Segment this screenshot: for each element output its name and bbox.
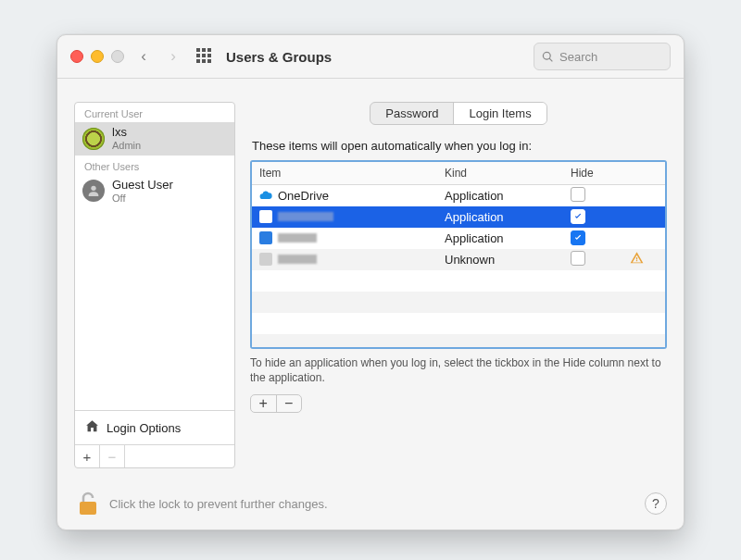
table-row[interactable]: OneDrive Application <box>252 185 665 206</box>
login-items-add-remove: + − <box>250 394 302 413</box>
col-item-header[interactable]: Item <box>252 162 437 184</box>
close-icon[interactable] <box>70 50 83 63</box>
item-kind: Application <box>437 231 563 245</box>
table-row[interactable]: Application <box>252 228 665 249</box>
avatar-icon <box>82 128 105 150</box>
sidebar-user-guest[interactable]: Guest User Off <box>75 175 234 208</box>
table-row-empty <box>252 270 665 292</box>
table-row[interactable]: Unknown <box>252 249 665 270</box>
tab-login-items[interactable]: Login Items <box>454 103 546 124</box>
sidebar-user-lxs[interactable]: lxs Admin <box>75 122 234 156</box>
hide-checkbox[interactable] <box>571 251 585 266</box>
user-name: Guest User <box>112 179 173 193</box>
search-icon <box>542 51 554 63</box>
titlebar: ‹ › Users & Groups Search <box>57 35 684 79</box>
app-icon <box>259 253 272 266</box>
minimize-icon[interactable] <box>91 50 104 63</box>
warning-icon <box>630 254 644 268</box>
item-kind: Application <box>437 189 563 203</box>
hide-checkbox[interactable] <box>571 230 585 245</box>
hide-checkbox[interactable] <box>571 209 585 224</box>
cloud-icon <box>259 189 272 202</box>
remove-user-button: − <box>100 445 125 467</box>
back-button[interactable]: ‹ <box>133 46 154 67</box>
avatar-icon <box>82 180 105 202</box>
lock-text: Click the lock to prevent further change… <box>109 497 328 511</box>
login-items-desc: These items will open automatically when… <box>252 139 665 153</box>
svg-point-0 <box>91 186 95 191</box>
col-hide-header[interactable]: Hide <box>563 162 622 184</box>
tabbar: Password Login Items <box>250 102 667 125</box>
user-role: Admin <box>112 140 141 152</box>
users-sidebar: Current User lxs Admin Other Users Guest… <box>74 102 235 468</box>
home-icon <box>84 418 100 437</box>
user-name: lxs <box>112 126 141 140</box>
add-login-item-button[interactable]: + <box>251 395 276 412</box>
hide-checkbox[interactable] <box>571 187 585 202</box>
app-icon <box>259 231 272 244</box>
table-row-empty <box>252 292 665 313</box>
other-users-label: Other Users <box>75 156 234 175</box>
item-name-blurred <box>278 255 317 264</box>
lock-icon[interactable] <box>74 491 100 516</box>
login-items-table: Item Kind Hide OneDrive Application <box>250 160 667 349</box>
user-status: Off <box>112 193 173 205</box>
user-list: Current User lxs Admin Other Users Guest… <box>75 103 234 410</box>
hide-hint: To hide an application when you log in, … <box>250 356 667 385</box>
table-row-empty <box>252 313 665 334</box>
sidebar-footer: + − <box>75 444 234 467</box>
prefs-window: ‹ › Users & Groups Search Current User l… <box>57 34 684 530</box>
add-user-button[interactable]: + <box>75 445 100 467</box>
current-user-label: Current User <box>75 103 234 122</box>
item-name: OneDrive <box>278 189 329 203</box>
main-panel: Password Login Items These items will op… <box>250 102 667 468</box>
all-prefs-icon[interactable] <box>196 48 213 65</box>
item-name-blurred <box>278 212 333 221</box>
search-input[interactable]: Search <box>534 43 671 70</box>
login-options-button[interactable]: Login Options <box>75 410 234 444</box>
table-row[interactable]: Application <box>252 206 665 228</box>
help-button[interactable]: ? <box>645 492 667 515</box>
table-row-empty <box>252 334 665 349</box>
forward-button: › <box>163 46 183 67</box>
app-icon <box>259 210 272 223</box>
tab-password[interactable]: Password <box>370 103 454 124</box>
remove-login-item-button[interactable]: − <box>276 395 302 412</box>
search-placeholder: Search <box>559 50 597 64</box>
login-options-label: Login Options <box>107 421 181 435</box>
item-kind: Unknown <box>437 253 563 267</box>
zoom-icon <box>111 50 124 63</box>
item-kind: Application <box>437 210 563 224</box>
window-title: Users & Groups <box>226 49 332 65</box>
item-name-blurred <box>278 233 317 243</box>
col-kind-header[interactable]: Kind <box>437 162 563 184</box>
traffic-lights <box>70 50 124 63</box>
content: Current User lxs Admin Other Users Guest… <box>74 102 667 468</box>
footer: Click the lock to prevent further change… <box>74 491 667 516</box>
